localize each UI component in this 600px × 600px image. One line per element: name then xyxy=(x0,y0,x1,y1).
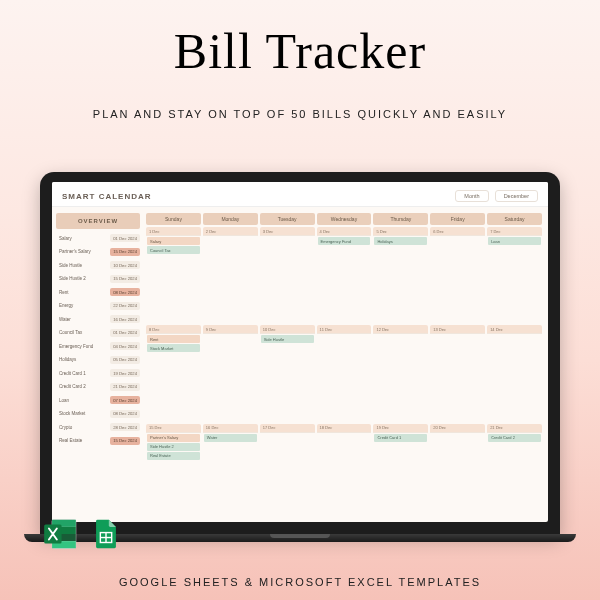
day-of-week: Friday xyxy=(430,213,485,225)
overview-row[interactable]: Council Tax01 Dec 2024 xyxy=(56,327,140,339)
overview-row[interactable]: Real Estate15 Dec 2024 xyxy=(56,435,140,447)
calendar-event[interactable]: Council Tax xyxy=(147,246,200,254)
calendar-cell[interactable]: 2 Dec xyxy=(203,227,258,322)
calendar-cell[interactable]: 6 Dec xyxy=(430,227,485,322)
overview-label: Salary xyxy=(56,236,110,241)
calendar-event[interactable]: Rent xyxy=(147,335,200,343)
overview-date: 10 Dec 2024 xyxy=(110,261,140,269)
overview-row[interactable]: Salary01 Dec 2024 xyxy=(56,232,140,244)
overview-row[interactable]: Rent08 Dec 2024 xyxy=(56,286,140,298)
screen-title: SMART CALENDAR xyxy=(62,192,152,201)
overview-label: Water xyxy=(56,317,110,322)
overview-date: 01 Dec 2024 xyxy=(110,329,140,337)
screen-body: OVERVIEW Salary01 Dec 2024Partner's Sala… xyxy=(52,207,548,522)
calendar-cell[interactable]: 8 DecRentStock Market xyxy=(146,325,201,420)
overview-label: Crypto xyxy=(56,425,110,430)
overview-row[interactable]: Stock Market08 Dec 2024 xyxy=(56,408,140,420)
laptop-mockup: SMART CALENDAR Month December OVERVIEW S… xyxy=(40,172,560,542)
overview-date: 08 Dec 2024 xyxy=(110,410,140,418)
overview-date: 01 Dec 2024 xyxy=(110,234,140,242)
calendar-cell[interactable]: 9 Dec xyxy=(203,325,258,420)
calendar-cell[interactable]: 17 Dec xyxy=(260,424,315,519)
calendar-event[interactable]: Side Hustle xyxy=(261,335,314,343)
overview-row[interactable]: Water16 Dec 2024 xyxy=(56,313,140,325)
calendar-event[interactable]: Partner's Salary xyxy=(147,434,200,442)
calendar-cell[interactable]: 18 Dec xyxy=(317,424,372,519)
day-of-week: Wednesday xyxy=(317,213,372,225)
overview-label: Side Hustle 2 xyxy=(56,276,110,281)
calendar-cell[interactable]: 1 DecSalaryCouncil Tax xyxy=(146,227,201,322)
overview-row[interactable]: Side Hustle 215 Dec 2024 xyxy=(56,273,140,285)
calendar-event[interactable]: Water xyxy=(204,434,257,442)
calendar-cell[interactable]: 15 DecPartner's SalarySide Hustle 2Real … xyxy=(146,424,201,519)
overview-date: 04 Dec 2024 xyxy=(110,342,140,350)
calendar-cell[interactable]: 19 DecCredit Card 1 xyxy=(373,424,428,519)
calendar-cell[interactable]: 16 DecWater xyxy=(203,424,258,519)
calendar-cell[interactable]: 12 Dec xyxy=(373,325,428,420)
month-selector[interactable]: December xyxy=(495,190,538,202)
calendar-cell[interactable]: 5 DecHolidays xyxy=(373,227,428,322)
day-number: 2 Dec xyxy=(203,227,258,236)
calendar-event[interactable]: Credit Card 2 xyxy=(488,434,541,442)
calendar-cell[interactable]: 14 Dec xyxy=(487,325,542,420)
overview-label: Council Tax xyxy=(56,330,110,335)
day-of-week: Monday xyxy=(203,213,258,225)
days-of-week-row: SundayMondayTuesdayWednesdayThursdayFrid… xyxy=(146,213,542,225)
overview-heading: OVERVIEW xyxy=(56,213,140,229)
overview-row[interactable]: Loan07 Dec 2024 xyxy=(56,394,140,406)
overview-row[interactable]: Credit Card 119 Dec 2024 xyxy=(56,367,140,379)
day-number: 17 Dec xyxy=(260,424,315,433)
calendar-event[interactable]: Real Estate xyxy=(147,452,200,460)
day-number: 4 Dec xyxy=(317,227,372,236)
day-number: 11 Dec xyxy=(317,325,372,334)
calendar-cell[interactable]: 13 Dec xyxy=(430,325,485,420)
day-of-week: Saturday xyxy=(487,213,542,225)
overview-row[interactable]: Partner's Salary15 Dec 2024 xyxy=(56,246,140,258)
calendar-cell[interactable]: 10 DecSide Hustle xyxy=(260,325,315,420)
overview-row[interactable]: Energy22 Dec 2024 xyxy=(56,300,140,312)
day-number: 12 Dec xyxy=(373,325,428,334)
overview-row[interactable]: Side Hustle10 Dec 2024 xyxy=(56,259,140,271)
overview-row[interactable]: Crypto28 Dec 2024 xyxy=(56,421,140,433)
app-icons xyxy=(40,514,126,554)
calendar-event[interactable]: Credit Card 1 xyxy=(374,434,427,442)
calendar-event[interactable]: Salary xyxy=(147,237,200,245)
overview-row[interactable]: Emergency Fund04 Dec 2024 xyxy=(56,340,140,352)
calendar-event[interactable]: Loan xyxy=(488,237,541,245)
overview-date: 15 Dec 2024 xyxy=(110,437,140,445)
calendar-cell[interactable]: 4 DecEmergency Fund xyxy=(317,227,372,322)
overview-panel: OVERVIEW Salary01 Dec 2024Partner's Sala… xyxy=(52,207,144,522)
calendar-panel: SundayMondayTuesdayWednesdayThursdayFrid… xyxy=(144,207,548,522)
day-of-week: Tuesday xyxy=(260,213,315,225)
overview-label: Energy xyxy=(56,303,110,308)
laptop-bezel: SMART CALENDAR Month December OVERVIEW S… xyxy=(40,172,560,534)
calendar-cell[interactable]: 21 DecCredit Card 2 xyxy=(487,424,542,519)
overview-label: Stock Market xyxy=(56,411,110,416)
day-number: 3 Dec xyxy=(260,227,315,236)
screen-controls: Month December xyxy=(455,190,538,202)
overview-date: 19 Dec 2024 xyxy=(110,369,140,377)
overview-row[interactable]: Credit Card 221 Dec 2024 xyxy=(56,381,140,393)
day-of-week: Sunday xyxy=(146,213,201,225)
overview-date: 15 Dec 2024 xyxy=(110,275,140,283)
calendar-cell[interactable]: 11 Dec xyxy=(317,325,372,420)
overview-label: Emergency Fund xyxy=(56,344,110,349)
calendar-event[interactable]: Emergency Fund xyxy=(318,237,371,245)
overview-row[interactable]: Holidays05 Dec 2024 xyxy=(56,354,140,366)
day-number: 15 Dec xyxy=(146,424,201,433)
day-number: 7 Dec xyxy=(487,227,542,236)
calendar-cell[interactable]: 20 Dec xyxy=(430,424,485,519)
page-title: Bill Tracker xyxy=(0,22,600,80)
calendar-week: 15 DecPartner's SalarySide Hustle 2Real … xyxy=(146,424,542,519)
calendar-event[interactable]: Holidays xyxy=(374,237,427,245)
calendar-cell[interactable]: 3 Dec xyxy=(260,227,315,322)
day-number: 5 Dec xyxy=(373,227,428,236)
day-of-week: Thursday xyxy=(373,213,428,225)
calendar-event[interactable]: Side Hustle 2 xyxy=(147,443,200,451)
overview-label: Rent xyxy=(56,290,110,295)
calendar-cell[interactable]: 7 DecLoan xyxy=(487,227,542,322)
calendar-week: 1 DecSalaryCouncil Tax2 Dec3 Dec4 DecEme… xyxy=(146,227,542,322)
calendar-event[interactable]: Stock Market xyxy=(147,344,200,352)
screen-header: SMART CALENDAR Month December xyxy=(52,182,548,207)
view-selector[interactable]: Month xyxy=(455,190,488,202)
